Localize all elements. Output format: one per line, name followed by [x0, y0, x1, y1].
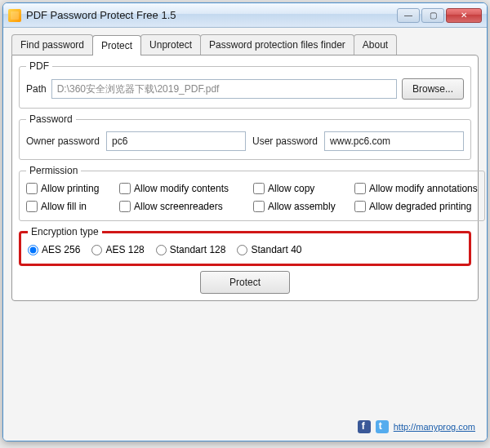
perm-label: Allow fill in — [41, 201, 87, 212]
group-encryption-legend: Encryption type — [28, 226, 102, 237]
checkbox[interactable] — [26, 183, 38, 194]
tab-label: Find password — [20, 39, 84, 51]
perm-allow-modify-contents[interactable]: Allow modify contents — [119, 183, 250, 194]
perm-allow-printing[interactable]: Allow printing — [26, 183, 116, 194]
tabstrip: Find password Protect Unprotect Password… — [11, 34, 479, 55]
perm-allow-fill-in[interactable]: Allow fill in — [26, 201, 116, 212]
radio-standart-40[interactable]: Standart 40 — [237, 244, 301, 255]
content-area: Find password Protect Unprotect Password… — [3, 28, 487, 441]
perm-allow-assembly[interactable]: Allow assembly — [253, 201, 351, 212]
perm-label: Allow assembly — [268, 201, 336, 212]
perm-allow-copy[interactable]: Allow copy — [253, 183, 351, 194]
group-permission-legend: Permission — [26, 165, 81, 176]
window-title: PDF Password Protect Free 1.5 — [26, 9, 397, 21]
facebook-icon[interactable] — [358, 420, 371, 433]
checkbox[interactable] — [119, 183, 131, 194]
group-pdf-legend: PDF — [26, 60, 52, 72]
perm-allow-screenreaders[interactable]: Allow screenreaders — [119, 201, 250, 212]
tab-label: Password protection files finder — [209, 39, 345, 51]
app-icon — [8, 9, 21, 22]
perm-label: Allow printing — [41, 183, 99, 194]
checkbox[interactable] — [354, 201, 366, 212]
radio-label: Standart 128 — [170, 244, 226, 255]
group-password-legend: Password — [26, 113, 76, 125]
protect-row: Protect — [19, 271, 471, 294]
radio-aes-128[interactable]: AES 128 — [91, 244, 144, 255]
window-buttons: — ▢ ✕ — [397, 8, 482, 23]
tab-unprotect[interactable]: Unprotect — [140, 34, 201, 55]
user-password-input[interactable] — [324, 131, 464, 151]
path-input[interactable] — [51, 79, 397, 99]
minimize-button[interactable]: — — [397, 8, 420, 23]
close-button[interactable]: ✕ — [446, 8, 482, 23]
checkbox[interactable] — [253, 201, 265, 212]
checkbox[interactable] — [26, 201, 38, 212]
radio[interactable] — [237, 245, 247, 255]
protect-button[interactable]: Protect — [200, 271, 290, 294]
checkbox[interactable] — [253, 183, 265, 194]
permission-grid: Allow printing Allow modify contents All… — [26, 183, 478, 212]
radio-standart-128[interactable]: Standart 128 — [156, 244, 226, 255]
owner-password-label: Owner password — [26, 135, 100, 147]
twitter-icon[interactable] — [376, 420, 389, 433]
tab-label: Unprotect — [149, 39, 192, 51]
radio-label: Standart 40 — [251, 244, 301, 255]
perm-label: Allow screenreaders — [134, 201, 223, 212]
tab-finder[interactable]: Password protection files finder — [200, 34, 354, 55]
tab-protect[interactable]: Protect — [92, 35, 141, 55]
path-label: Path — [26, 83, 47, 95]
user-password-label: User password — [252, 135, 318, 147]
perm-label: Allow degraded printing — [369, 201, 471, 212]
tab-label: Protect — [101, 40, 132, 51]
tab-find-password[interactable]: Find password — [11, 34, 93, 55]
checkbox[interactable] — [119, 201, 131, 212]
radio-aes-256[interactable]: AES 256 — [28, 244, 80, 255]
radio[interactable] — [28, 245, 38, 255]
tab-label: About — [363, 39, 388, 51]
perm-label: Allow copy — [268, 183, 314, 194]
perm-label: Allow modify annotations — [369, 183, 478, 194]
radio-label: AES 256 — [42, 244, 80, 255]
perm-label: Allow modify contents — [134, 183, 229, 194]
titlebar[interactable]: PDF Password Protect Free 1.5 — ▢ ✕ — [3, 3, 487, 28]
perm-allow-modify-annotations[interactable]: Allow modify annotations — [354, 183, 478, 194]
checkbox[interactable] — [354, 183, 366, 194]
maximize-button[interactable]: ▢ — [421, 8, 444, 23]
statusbar: http://manyprog.com — [11, 418, 479, 436]
group-permission: Permission Allow printing Allow modify c… — [19, 165, 485, 221]
browse-button[interactable]: Browse... — [402, 78, 464, 100]
radio[interactable] — [91, 245, 102, 255]
vendor-link[interactable]: http://manyprog.com — [394, 422, 475, 432]
tab-panel-protect: PDF Path Browse... Password Owner passwo… — [11, 55, 479, 301]
perm-allow-degraded-printing[interactable]: Allow degraded printing — [354, 201, 478, 212]
group-password: Password Owner password User password — [19, 113, 471, 160]
tab-about[interactable]: About — [354, 34, 397, 55]
group-pdf: PDF Path Browse... — [19, 60, 471, 109]
group-encryption-type: Encryption type AES 256 AES 128 Standart… — [19, 226, 471, 266]
owner-password-input[interactable] — [106, 131, 246, 151]
app-window: PDF Password Protect Free 1.5 — ▢ ✕ Find… — [2, 2, 488, 441]
encryption-radios: AES 256 AES 128 Standart 128 Standart 40 — [28, 244, 462, 255]
radio-label: AES 128 — [105, 244, 144, 255]
radio[interactable] — [156, 245, 167, 255]
